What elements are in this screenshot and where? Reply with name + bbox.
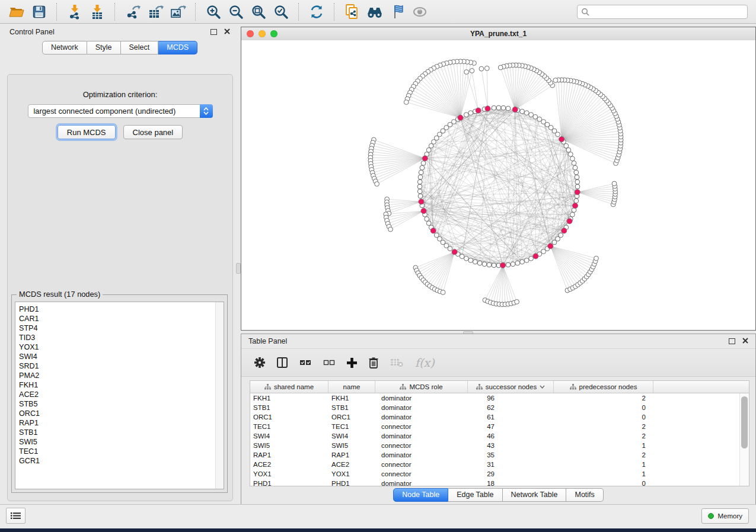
table-row[interactable]: ORC1ORC1dominator610 bbox=[250, 412, 749, 422]
column-header-successor-nodes[interactable]: successor nodes bbox=[468, 381, 554, 393]
import-table-icon[interactable] bbox=[88, 2, 107, 21]
open-file-icon[interactable] bbox=[7, 2, 26, 21]
mcds-result-item[interactable]: TID3 bbox=[19, 333, 224, 342]
export-table-icon[interactable] bbox=[146, 2, 165, 21]
split-panel-icon[interactable] bbox=[277, 357, 288, 368]
tab-node-table[interactable]: Node Table bbox=[393, 488, 448, 502]
cell-mcds-role[interactable]: dominator bbox=[375, 414, 468, 421]
cell-predecessor-nodes[interactable]: 1 bbox=[554, 461, 653, 468]
close-panel-icon[interactable] bbox=[742, 337, 748, 345]
mcds-result-item[interactable]: ACE2 bbox=[19, 390, 224, 399]
cell-name[interactable]: FKH1 bbox=[328, 395, 375, 402]
cell-mcds-role[interactable]: dominator bbox=[375, 404, 468, 411]
cell-successor-nodes[interactable]: 62 bbox=[468, 404, 554, 411]
cell-mcds-role[interactable]: dominator bbox=[375, 432, 468, 440]
mcds-result-item[interactable]: SWI4 bbox=[19, 352, 224, 361]
cell-predecessor-nodes[interactable]: 2 bbox=[554, 451, 653, 459]
mcds-result-item[interactable]: SWI5 bbox=[19, 437, 224, 447]
mcds-result-item[interactable]: FKH1 bbox=[19, 380, 224, 390]
cell-name[interactable]: STB1 bbox=[328, 404, 375, 411]
delete-columns-icon[interactable] bbox=[369, 357, 378, 368]
network-window-titlebar[interactable]: YPA_prune.txt_1 bbox=[241, 27, 755, 41]
mcds-result-item[interactable]: PMA2 bbox=[19, 371, 224, 380]
cell-successor-nodes[interactable]: 18 bbox=[468, 480, 554, 486]
deselect-all-rows-icon[interactable] bbox=[323, 358, 335, 367]
memory-button[interactable]: Memory bbox=[701, 508, 749, 524]
hide-selected-icon[interactable] bbox=[388, 2, 407, 21]
cell-shared-name[interactable]: FKH1 bbox=[250, 395, 328, 402]
mcds-result-list[interactable]: PHD1CAR1STP4TID3YOX1SWI4SRD1PMA2FKH1ACE2… bbox=[15, 302, 224, 489]
cell-predecessor-nodes[interactable]: 0 bbox=[554, 480, 653, 486]
run-mcds-button[interactable]: Run MCDS bbox=[58, 125, 116, 139]
cell-name[interactable]: PHD1 bbox=[328, 480, 375, 486]
cell-predecessor-nodes[interactable]: 2 bbox=[554, 423, 653, 430]
table-row[interactable]: PHD1PHD1dominator180 bbox=[250, 479, 749, 486]
cell-shared-name[interactable]: STB1 bbox=[250, 404, 328, 411]
mcds-result-item[interactable]: GCR1 bbox=[19, 456, 224, 466]
cell-shared-name[interactable]: YOX1 bbox=[250, 470, 328, 477]
table-scrollbar-thumb[interactable] bbox=[741, 396, 748, 448]
close-panel-button[interactable]: Close panel bbox=[123, 125, 183, 139]
cell-mcds-role[interactable]: dominator bbox=[375, 395, 468, 402]
table-row[interactable]: FKH1FKH1dominator962 bbox=[250, 393, 749, 403]
cell-successor-nodes[interactable]: 43 bbox=[468, 442, 554, 449]
cell-name[interactable]: SWI4 bbox=[328, 432, 375, 440]
mcds-result-item[interactable]: TEC1 bbox=[19, 447, 224, 456]
column-header-predecessor-nodes[interactable]: predecessor nodes bbox=[554, 381, 653, 393]
mcds-list-scrollbar[interactable] bbox=[215, 302, 224, 489]
apply-layout-icon[interactable] bbox=[307, 2, 326, 21]
vertical-splitter-handle[interactable] bbox=[236, 263, 241, 274]
cell-shared-name[interactable]: SWI5 bbox=[250, 442, 328, 449]
column-header-mcds-role[interactable]: MCDS role bbox=[375, 381, 468, 393]
cell-name[interactable]: TEC1 bbox=[328, 423, 375, 430]
cell-successor-nodes[interactable]: 46 bbox=[468, 432, 554, 440]
mcds-result-item[interactable]: SRD1 bbox=[19, 361, 224, 371]
tab-mcds[interactable]: MCDS bbox=[158, 41, 197, 55]
cell-name[interactable]: SWI5 bbox=[328, 442, 375, 449]
mcds-result-item[interactable]: YOX1 bbox=[19, 342, 224, 352]
cell-shared-name[interactable]: ACE2 bbox=[250, 461, 328, 468]
table-row[interactable]: ACE2ACE2connector311 bbox=[250, 460, 749, 469]
mcds-result-item[interactable]: PHD1 bbox=[19, 305, 224, 314]
zoom-selected-icon[interactable] bbox=[272, 2, 291, 21]
cell-mcds-role[interactable]: connector bbox=[375, 442, 468, 449]
float-panel-icon[interactable] bbox=[210, 29, 217, 35]
delete-table-icon[interactable] bbox=[390, 358, 403, 367]
tab-select[interactable]: Select bbox=[121, 41, 159, 55]
table-settings-icon[interactable] bbox=[254, 357, 265, 368]
tab-network[interactable]: Network bbox=[42, 41, 87, 55]
cell-successor-nodes[interactable]: 96 bbox=[468, 395, 554, 402]
cell-name[interactable]: YOX1 bbox=[328, 470, 375, 477]
table-row[interactable]: RAP1RAP1dominator352 bbox=[250, 450, 749, 460]
cell-predecessor-nodes[interactable]: 0 bbox=[554, 414, 653, 421]
export-network-icon[interactable] bbox=[123, 2, 142, 21]
cell-predecessor-nodes[interactable]: 1 bbox=[554, 442, 653, 449]
table-row[interactable]: SWI5SWI5connector431 bbox=[250, 441, 749, 450]
table-row[interactable]: YOX1YOX1connector291 bbox=[250, 469, 749, 479]
table-scrollbar[interactable] bbox=[739, 393, 749, 486]
mcds-result-item[interactable]: ORC1 bbox=[19, 409, 224, 418]
table-row[interactable]: SWI4SWI4dominator462 bbox=[250, 431, 749, 441]
add-column-icon[interactable] bbox=[347, 358, 357, 368]
first-neighbors-icon[interactable] bbox=[365, 2, 384, 21]
zoom-fit-icon[interactable] bbox=[249, 2, 268, 21]
cell-mcds-role[interactable]: connector bbox=[375, 423, 468, 430]
table-row[interactable]: STB1STB1dominator620 bbox=[250, 403, 749, 412]
export-image-icon[interactable] bbox=[168, 2, 187, 21]
cell-successor-nodes[interactable]: 29 bbox=[468, 470, 554, 477]
table-row[interactable]: TEC1TEC1connector472 bbox=[250, 422, 749, 431]
network-from-selection-icon[interactable] bbox=[343, 2, 362, 21]
cell-successor-nodes[interactable]: 61 bbox=[468, 414, 554, 421]
minimize-window-icon[interactable] bbox=[259, 30, 266, 37]
cell-predecessor-nodes[interactable]: 2 bbox=[554, 395, 653, 402]
task-history-button[interactable] bbox=[6, 508, 25, 524]
optimization-criterion-select[interactable]: largest connected component (undirected) bbox=[28, 104, 213, 118]
cell-mcds-role[interactable]: connector bbox=[375, 461, 468, 468]
float-panel-icon[interactable] bbox=[729, 338, 735, 344]
show-all-icon[interactable] bbox=[410, 2, 429, 21]
mcds-result-item[interactable]: STB1 bbox=[19, 428, 224, 437]
cell-predecessor-nodes[interactable]: 0 bbox=[554, 404, 653, 411]
cell-shared-name[interactable]: SWI4 bbox=[250, 432, 328, 440]
mcds-result-item[interactable]: RAP1 bbox=[19, 418, 224, 428]
network-canvas[interactable] bbox=[241, 40, 755, 330]
